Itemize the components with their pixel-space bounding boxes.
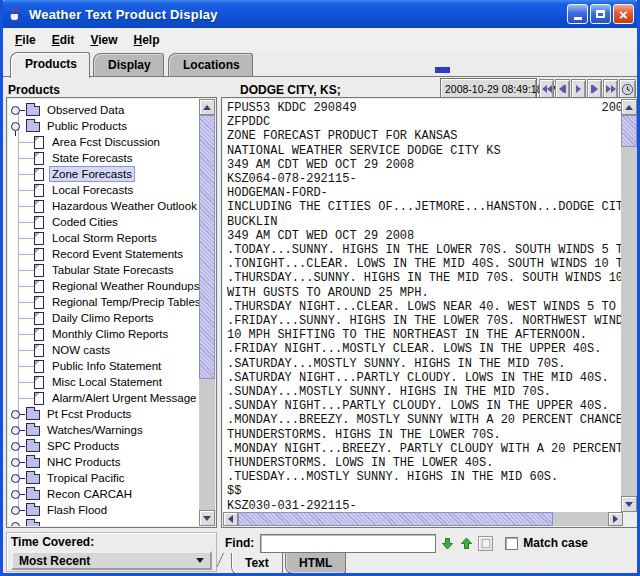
tree-item-hazardous-weather-outlook[interactable]: Hazardous Weather Outlook — [8, 198, 200, 214]
tree-collapsed-handle-icon[interactable] — [11, 458, 20, 467]
menu-view[interactable]: View — [82, 31, 125, 49]
tree-item-label: Regional Temp/Precip Tables — [49, 295, 200, 309]
minimize-button[interactable] — [567, 4, 588, 24]
text-scroll-left-button[interactable] — [223, 512, 238, 526]
tree-item-local-forecasts[interactable]: Local Forecasts — [8, 182, 200, 198]
find-previous-button[interactable] — [459, 536, 474, 551]
tab-locations[interactable]: Locations — [168, 53, 253, 78]
text-scroll-right-button[interactable] — [608, 512, 623, 526]
tree-item-alarm-alert-urgent-message[interactable]: Alarm/Alert Urgent Message — [8, 390, 200, 406]
folder-icon — [26, 442, 40, 452]
fast-forward-icon — [611, 85, 616, 93]
tree-item-watches-warnings[interactable]: Watches/Warnings — [8, 422, 200, 438]
tree-item-spc-products[interactable]: SPC Products — [8, 438, 200, 454]
tree-item-coded-cities[interactable]: Coded Cities — [8, 214, 200, 230]
document-icon — [34, 136, 44, 149]
menu-file[interactable]: File — [7, 31, 44, 49]
menu-help[interactable]: Help — [126, 31, 168, 49]
datetime-combo[interactable]: 2008-10-29 08:49:18Z — [440, 78, 537, 99]
minimize-icon — [574, 17, 582, 20]
tree-item-monthly-climo-reports[interactable]: Monthly Climo Reports — [8, 326, 200, 342]
tree-item-label: Area Fcst Discussion — [49, 135, 163, 149]
tab-html[interactable]: HTML — [285, 553, 346, 574]
rewind-button[interactable] — [539, 79, 554, 99]
tree-collapsed-handle-icon[interactable] — [11, 426, 20, 435]
tree-item-partial[interactable] — [8, 518, 200, 526]
arrow-up-icon — [625, 105, 633, 110]
text-scroll-down-button[interactable] — [621, 496, 637, 512]
tree-item-regional-weather-roundups[interactable]: Regional Weather Roundups — [8, 278, 200, 294]
tree-item-label: Flash Flood — [44, 503, 110, 517]
tree-header: Products — [8, 83, 60, 97]
match-case-checkbox[interactable] — [505, 537, 518, 550]
tree-item-label: Observed Data — [44, 103, 127, 117]
fast-forward-button[interactable] — [603, 79, 618, 99]
maximize-button[interactable] — [590, 4, 611, 24]
find-bar: Find: Match case — [221, 532, 639, 554]
tree-item-misc-local-statement[interactable]: Misc Local Statement — [8, 374, 200, 390]
text-hscrollbar-thumb[interactable] — [238, 512, 553, 526]
clock-icon — [621, 83, 634, 96]
tree-item-label: Misc Local Statement — [49, 375, 165, 389]
datetime-value: 2008-10-29 08:49:18Z — [445, 83, 549, 95]
tree-collapsed-handle-icon[interactable] — [11, 522, 20, 527]
step-forward-button[interactable] — [587, 79, 602, 99]
titlebar[interactable]: Weather Text Product Display × — [0, 0, 640, 28]
tree-item-record-event-statements[interactable]: Record Event Statements — [8, 246, 200, 262]
tree-item-label: Tropical Pacific — [44, 471, 128, 485]
arrow-down-icon — [625, 502, 633, 507]
play-button[interactable] — [571, 79, 586, 99]
tree-item-tabular-state-forecasts[interactable]: Tabular State Forecasts — [8, 262, 200, 278]
tree-item-label: Tabular State Forecasts — [49, 263, 176, 277]
tree-item-local-storm-reports[interactable]: Local Storm Reports — [8, 230, 200, 246]
time-covered-label: Time Covered: — [11, 535, 212, 549]
tree-viewport[interactable]: Observed DataPublic ProductsArea Fcst Di… — [8, 99, 200, 526]
find-input[interactable] — [260, 534, 436, 553]
tab-products[interactable]: Products — [10, 52, 90, 78]
document-icon — [34, 360, 44, 373]
find-next-button[interactable] — [440, 536, 455, 551]
tree-item-public-products[interactable]: Public Products — [8, 118, 200, 134]
tree-item-nhc-products[interactable]: NHC Products — [8, 454, 200, 470]
tree-item-observed-data[interactable]: Observed Data — [8, 102, 200, 118]
highlight-all-button[interactable] — [478, 536, 493, 551]
tree-item-daily-climo-reports[interactable]: Daily Climo Reports — [8, 310, 200, 326]
clock-button[interactable] — [619, 79, 636, 99]
menu-edit[interactable]: Edit — [44, 31, 83, 49]
close-button[interactable]: × — [613, 4, 634, 24]
document-icon — [34, 328, 44, 341]
tree-expanded-handle-icon[interactable] — [11, 122, 20, 131]
tree-item-label: Coded Cities — [49, 215, 121, 229]
tree-collapsed-handle-icon[interactable] — [11, 442, 20, 451]
text-product-viewport[interactable]: FPUS53 KDDC 290849 2008-10-29 08:49:18Z … — [223, 99, 622, 512]
tree-item-tropical-pacific[interactable]: Tropical Pacific — [8, 470, 200, 486]
tree-item-public-info-statement[interactable]: Public Info Statement — [8, 358, 200, 374]
tree-item-now-casts[interactable]: NOW casts — [8, 342, 200, 358]
document-icon — [34, 344, 44, 357]
text-vscrollbar-thumb[interactable] — [621, 115, 637, 147]
tree-item-area-fcst-discussion[interactable]: Area Fcst Discussion — [8, 134, 200, 150]
rewind-icon — [547, 85, 552, 93]
tree-collapsed-handle-icon[interactable] — [11, 474, 20, 483]
arrow-down-icon — [203, 516, 211, 521]
tree-collapsed-handle-icon[interactable] — [11, 506, 20, 515]
text-scroll-up-button[interactable] — [621, 99, 637, 115]
tree-item-flash-flood[interactable]: Flash Flood — [8, 502, 200, 518]
tree-collapsed-handle-icon[interactable] — [11, 490, 20, 499]
tree-scrollbar-thumb[interactable] — [199, 115, 215, 379]
tab-display[interactable]: Display — [93, 53, 164, 78]
tree-collapsed-handle-icon[interactable] — [11, 106, 20, 115]
tree-scroll-down-button[interactable] — [199, 510, 215, 526]
tree-item-recon-carcah[interactable]: Recon CARCAH — [8, 486, 200, 502]
tree-item-zone-forecasts[interactable]: Zone Forecasts — [8, 166, 200, 182]
tree-scroll-up-button[interactable] — [199, 99, 215, 115]
tree-collapsed-handle-icon[interactable] — [11, 410, 20, 419]
tab-text[interactable]: Text — [231, 553, 283, 575]
time-covered-combo[interactable]: Most Recent — [11, 551, 212, 570]
tree-item-regional-temp-precip-tables[interactable]: Regional Temp/Precip Tables — [8, 294, 200, 310]
tree-item-pt-fcst-products[interactable]: Pt Fcst Products — [8, 406, 200, 422]
step-back-button[interactable] — [555, 79, 570, 99]
folder-icon — [26, 474, 40, 484]
document-icon — [34, 248, 44, 261]
tree-item-state-forecasts[interactable]: State Forecasts — [8, 150, 200, 166]
